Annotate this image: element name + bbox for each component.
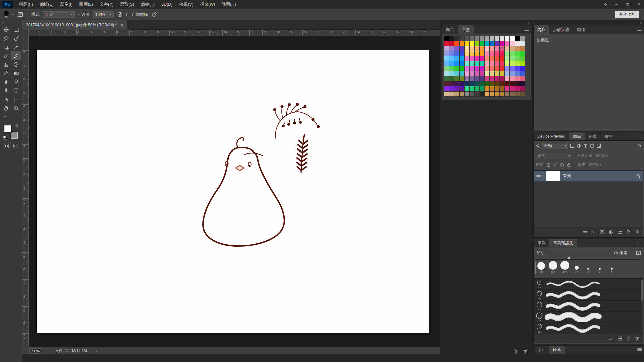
filter-pixel-layers-icon[interactable]	[570, 143, 575, 148]
swatch[interactable]	[515, 46, 520, 51]
lock-all-icon[interactable]	[566, 162, 571, 167]
brush-stroke-preview-icon[interactable]	[607, 335, 614, 343]
swatch[interactable]	[470, 56, 474, 61]
tab-段落[interactable]: 段落	[549, 346, 565, 354]
swatch[interactable]	[495, 92, 499, 96]
brush-preset-3[interactable]: 3	[583, 268, 594, 274]
swatch[interactable]	[500, 71, 504, 76]
layer-blend-mode-select[interactable]: 正常 ▾	[536, 153, 572, 159]
swatch[interactable]	[520, 92, 525, 96]
swatch[interactable]	[520, 41, 525, 46]
close-document-icon[interactable]	[121, 24, 124, 27]
swatch[interactable]	[505, 41, 509, 46]
swap-colors-icon[interactable]: ⇄	[14, 123, 19, 128]
move-tool[interactable]	[1, 25, 11, 34]
swatch[interactable]	[480, 71, 484, 76]
swatch[interactable]	[500, 76, 504, 81]
swatch[interactable]	[510, 86, 515, 91]
swatch[interactable]	[485, 46, 489, 51]
menubar-item-濾鏡(T)[interactable]: 濾鏡(T)	[138, 0, 158, 9]
swatch[interactable]	[505, 76, 509, 81]
brush-size-slider[interactable]	[536, 259, 640, 260]
swatch[interactable]	[470, 41, 474, 46]
swatch[interactable]	[475, 76, 479, 81]
swatch[interactable]	[460, 46, 464, 51]
swatch[interactable]	[460, 81, 464, 86]
swatch[interactable]	[515, 86, 520, 91]
swatch[interactable]	[444, 46, 449, 51]
swatch[interactable]	[480, 66, 484, 71]
swatch[interactable]	[475, 66, 479, 71]
swatch[interactable]	[485, 66, 489, 71]
tab-內容[interactable]: 內容	[534, 25, 549, 34]
swatch[interactable]	[465, 51, 469, 56]
swatch[interactable]	[485, 81, 489, 86]
swatch[interactable]	[500, 61, 504, 66]
quick-mask-icon[interactable]	[4, 144, 9, 148]
add-layer-mask-icon[interactable]	[598, 228, 606, 236]
restore-button[interactable]	[622, 0, 633, 9]
brush-preset-6[interactable]: 6	[606, 268, 617, 274]
swatch[interactable]	[520, 46, 525, 51]
chevron-down-icon[interactable]: ▾	[607, 154, 608, 157]
swatch[interactable]	[500, 51, 504, 56]
panel-menu-icon[interactable]	[637, 348, 642, 351]
swatch[interactable]	[495, 66, 499, 71]
swatch[interactable]	[510, 66, 515, 71]
swatch[interactable]	[480, 41, 484, 46]
swatch[interactable]	[449, 86, 454, 91]
sampled-brush-35[interactable]: 35	[534, 301, 643, 312]
tab-動作[interactable]: 動作	[573, 25, 589, 34]
swatch[interactable]	[510, 71, 515, 76]
swatch[interactable]	[460, 51, 464, 56]
swatch[interactable]	[490, 81, 494, 86]
swatch[interactable]	[454, 66, 459, 71]
swatch[interactable]	[500, 56, 504, 61]
auto-erase-checkbox[interactable]	[126, 13, 130, 16]
swatch[interactable]	[485, 41, 489, 46]
pen-tool[interactable]	[1, 86, 11, 95]
layer-row-background[interactable]: 背景	[534, 171, 643, 181]
swatch[interactable]	[510, 61, 515, 66]
swatch[interactable]	[465, 76, 469, 81]
swatch[interactable]	[460, 92, 464, 96]
swatch[interactable]	[510, 81, 515, 86]
swatch[interactable]	[490, 86, 494, 91]
swatch[interactable]	[454, 41, 459, 46]
zoom-level-field[interactable]: 50%	[29, 348, 42, 354]
screen-mode-icon[interactable]	[13, 144, 18, 148]
filter-shape-layers-icon[interactable]	[590, 143, 595, 148]
swatch[interactable]	[444, 56, 449, 61]
panel-menu-icon[interactable]	[637, 242, 642, 245]
layer-effects-icon[interactable]: fx	[590, 228, 597, 236]
layer-thumbnail[interactable]	[546, 171, 560, 181]
swatch[interactable]	[520, 56, 525, 61]
swatch[interactable]	[510, 56, 515, 61]
tab-圖層[interactable]: 圖層	[569, 132, 585, 140]
swatch[interactable]	[449, 66, 454, 71]
brush-size-value[interactable]: 75 像素	[613, 250, 627, 256]
swatch[interactable]	[470, 92, 474, 96]
swatch[interactable]	[500, 41, 504, 46]
swatch[interactable]	[460, 66, 464, 71]
swatch[interactable]	[515, 36, 520, 41]
type-tool[interactable]	[11, 86, 21, 95]
swatch[interactable]	[515, 92, 520, 96]
swatch[interactable]	[485, 51, 489, 56]
delete-layer-icon[interactable]	[633, 228, 641, 236]
ruler-corner[interactable]	[22, 30, 29, 36]
swatch[interactable]	[454, 36, 459, 41]
swatch[interactable]	[490, 46, 494, 51]
menubar-item-3D(D)[interactable]: 3D(D)	[158, 0, 176, 9]
workspace-switcher-icon[interactable]	[600, 0, 611, 9]
swatch[interactable]	[454, 71, 459, 76]
swatch[interactable]	[454, 61, 459, 66]
swatch[interactable]	[490, 66, 494, 71]
tool-preset-caret-icon[interactable]: ▾	[12, 13, 14, 16]
swatch[interactable]	[480, 86, 484, 91]
new-layer-icon[interactable]	[625, 228, 632, 236]
swatch[interactable]	[510, 41, 515, 46]
swatch[interactable]	[465, 61, 469, 66]
swatch[interactable]	[505, 46, 509, 51]
swatch[interactable]	[454, 51, 459, 56]
